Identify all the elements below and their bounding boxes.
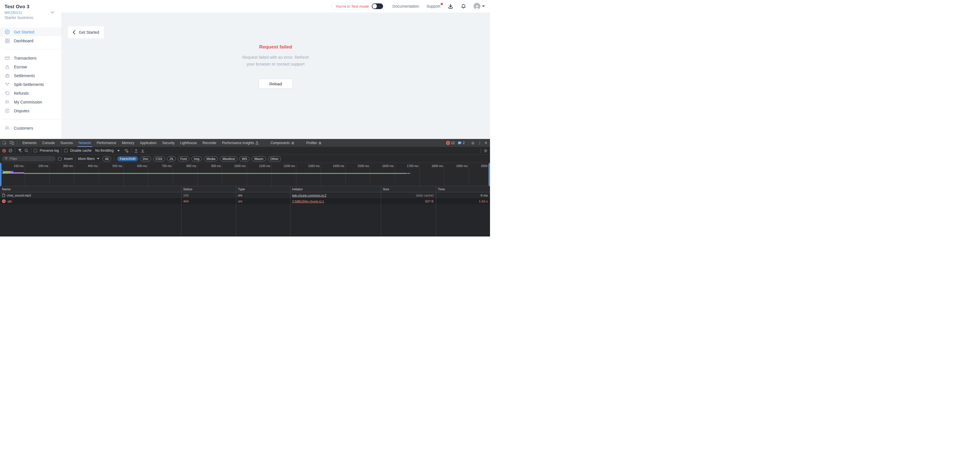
tab-elements[interactable]: Elements bbox=[19, 139, 40, 147]
disable-cache-checkbox[interactable] bbox=[64, 149, 67, 152]
disable-cache-label[interactable]: Disable cache bbox=[70, 148, 91, 153]
chip-manifest[interactable]: Manifest bbox=[220, 156, 237, 161]
tab-components[interactable]: Components bbox=[268, 139, 297, 147]
chip-other[interactable]: Other bbox=[268, 156, 281, 161]
import-har-icon[interactable] bbox=[134, 148, 138, 153]
divider bbox=[31, 148, 31, 153]
timeline-gridline bbox=[271, 163, 272, 186]
column-header-size[interactable]: Size bbox=[381, 186, 436, 192]
undo-icon bbox=[5, 91, 10, 96]
preserve-log-checkbox[interactable] bbox=[34, 149, 37, 152]
network-request-row[interactable]: chat_sound.mp3200xhrtwk-chunk-common.js:… bbox=[0, 192, 490, 198]
sidebar-item-escrow[interactable]: Escrow bbox=[0, 62, 61, 71]
column-separator[interactable] bbox=[181, 186, 181, 237]
account-menu[interactable] bbox=[474, 3, 485, 10]
chevron-down-icon bbox=[482, 5, 485, 7]
devtools-close-icon[interactable]: × bbox=[485, 140, 487, 145]
sidebar-item-customers[interactable]: Customers bbox=[0, 124, 61, 132]
column-header-type[interactable]: Type bbox=[236, 186, 290, 192]
column-header-name[interactable]: Name bbox=[0, 186, 181, 192]
tab-recorder[interactable]: Recorder bbox=[200, 139, 219, 147]
clear-network-log-icon[interactable] bbox=[8, 148, 13, 153]
chip-js[interactable]: JS bbox=[167, 156, 176, 161]
initiator-link[interactable]: twk-chunk-common.js:2 bbox=[292, 194, 326, 197]
tab-memory[interactable]: Memory bbox=[119, 139, 137, 147]
search-icon[interactable] bbox=[24, 148, 29, 153]
issues-badge[interactable]: 2 bbox=[458, 141, 465, 145]
tab-performance-insights[interactable]: Performance insights bbox=[219, 139, 261, 147]
inspect-element-icon[interactable] bbox=[3, 141, 7, 145]
initiator-cell: twk-chunk-common.js:2 bbox=[290, 192, 381, 198]
export-har-icon[interactable] bbox=[141, 148, 145, 153]
tab-lighthouse[interactable]: Lighthouse bbox=[177, 139, 200, 147]
documentation-link[interactable]: Documentation bbox=[393, 4, 419, 8]
column-header-initiator[interactable]: Initiator bbox=[290, 186, 381, 192]
sidebar-item-split-settlements[interactable]: Split-Settlements bbox=[0, 80, 61, 89]
network-conditions-icon[interactable] bbox=[124, 148, 129, 153]
devtools-settings-gear-icon[interactable] bbox=[471, 141, 475, 145]
column-header-time[interactable]: Time bbox=[436, 186, 490, 192]
chip-wasm[interactable]: Wasm bbox=[251, 156, 266, 161]
chip-font[interactable]: Font bbox=[178, 156, 189, 161]
throttling-dropdown[interactable]: No throttling bbox=[95, 148, 120, 153]
tab-application[interactable]: Application bbox=[137, 139, 159, 147]
size-cell: 937 B bbox=[381, 198, 436, 204]
more-filters-dropdown[interactable]: More filters bbox=[78, 157, 99, 161]
network-request-row[interactable]: ✕qtb404xhr2.fd8b184e.chunk.js:1937 B1.63… bbox=[0, 198, 490, 204]
back-button[interactable]: Get Started bbox=[68, 26, 104, 38]
tab-security[interactable]: Security bbox=[159, 139, 177, 147]
record-network-log-icon[interactable] bbox=[2, 149, 6, 153]
network-settings-gear-icon[interactable] bbox=[484, 148, 488, 153]
chip-fetch-xhr[interactable]: Fetch/XHR bbox=[117, 156, 138, 161]
chip-all[interactable]: All bbox=[102, 156, 111, 161]
network-overview-timeline[interactable]: 100 ms200 ms300 ms400 ms500 ms600 ms700 … bbox=[0, 163, 490, 186]
reload-button[interactable]: Reload bbox=[259, 79, 293, 89]
tab-profiler[interactable]: Profiler bbox=[304, 139, 325, 147]
notifications-bell-icon[interactable] bbox=[461, 4, 466, 9]
column-separator[interactable] bbox=[381, 186, 381, 237]
sidebar-item-dashboard[interactable]: Dashboard bbox=[0, 36, 61, 45]
tab-console[interactable]: Console bbox=[40, 139, 57, 147]
chip-ws[interactable]: WS bbox=[239, 156, 250, 161]
chip-media[interactable]: Media bbox=[204, 156, 218, 161]
timeline-tick-label: 1500 ms bbox=[352, 164, 369, 167]
timeline-right-handle[interactable] bbox=[488, 163, 490, 186]
sidebar-item-my-commission[interactable]: My Commission bbox=[0, 97, 61, 106]
timeline-left-handle[interactable] bbox=[0, 163, 2, 186]
sidebar-item-refunds[interactable]: Refunds bbox=[0, 89, 61, 97]
sidebar-item-disputes[interactable]: Disputes bbox=[0, 106, 61, 115]
tab-network[interactable]: Network bbox=[76, 139, 94, 147]
sidebar-item-settlements[interactable]: Settlements bbox=[0, 71, 61, 80]
card-icon bbox=[5, 56, 10, 61]
preserve-log-label[interactable]: Preserve log bbox=[40, 148, 59, 153]
device-toolbar-icon[interactable] bbox=[10, 141, 14, 145]
filter-input[interactable] bbox=[10, 157, 46, 161]
sidebar-item-get-started[interactable]: Get Started bbox=[0, 27, 61, 36]
download-icon[interactable] bbox=[448, 3, 453, 9]
initiator-link[interactable]: 2.fd8b184e.chunk.js:1 bbox=[292, 200, 324, 203]
filter-icon[interactable] bbox=[18, 148, 22, 153]
support-link[interactable]: Support bbox=[426, 4, 441, 8]
column-separator[interactable] bbox=[236, 186, 236, 237]
atom-icon bbox=[291, 142, 294, 145]
console-errors-badge[interactable]: ✕ 12 bbox=[446, 141, 455, 145]
invert-checkbox[interactable] bbox=[58, 157, 62, 161]
chip-css[interactable]: CSS bbox=[153, 156, 165, 161]
size-cell: (disk cache) bbox=[381, 192, 436, 198]
org-switcher[interactable]: Test Ovo 3 MX230211 Starter business bbox=[0, 0, 61, 20]
timeline-gridline bbox=[419, 163, 420, 186]
chip-img[interactable]: Img bbox=[191, 156, 202, 161]
chip-doc[interactable]: Doc bbox=[140, 156, 151, 161]
sidebar-nav: Get StartedDashboardTransactionsEscrowSe… bbox=[0, 27, 61, 132]
org-chevron-down-icon[interactable] bbox=[51, 10, 54, 15]
devtools-more-options-icon[interactable]: ⋮ bbox=[478, 141, 482, 145]
test-mode-toggle[interactable] bbox=[372, 3, 383, 9]
divider bbox=[468, 141, 468, 145]
app-root: You're in Test mode Documentation Suppor… bbox=[0, 0, 490, 237]
column-header-status[interactable]: Status bbox=[181, 186, 236, 192]
invert-label[interactable]: Invert bbox=[64, 157, 73, 161]
tab-performance[interactable]: Performance bbox=[94, 139, 119, 147]
sidebar-item-transactions[interactable]: Transactions bbox=[0, 54, 61, 62]
tab-sources[interactable]: Sources bbox=[57, 139, 76, 147]
filter-field[interactable] bbox=[2, 156, 56, 161]
